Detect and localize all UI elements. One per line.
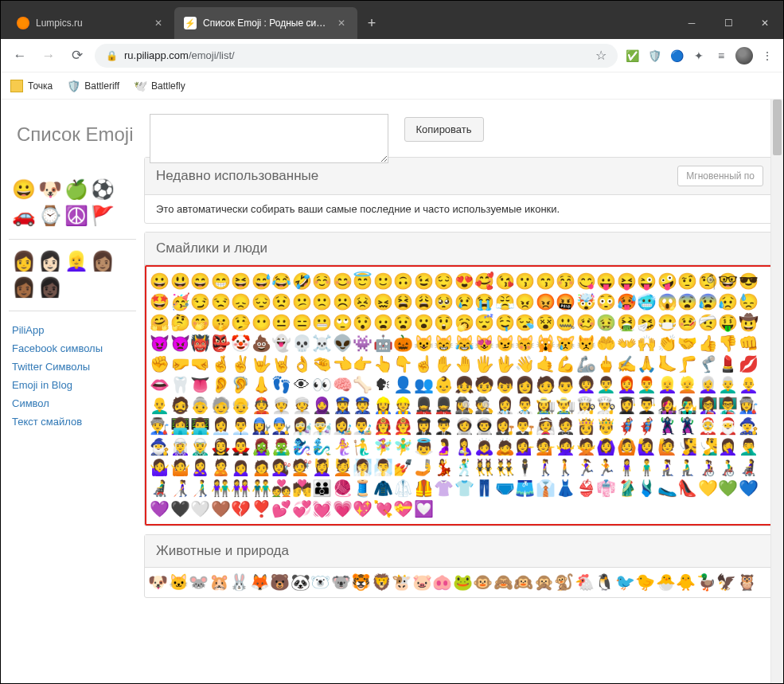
emoji-item[interactable]: 🤤 [495, 313, 515, 333]
emoji-item[interactable]: 😽 [515, 334, 535, 354]
sidebar-emoji[interactable]: 👩🏽 [91, 249, 115, 273]
sidebar-emoji[interactable]: 👩🏾 [12, 276, 36, 299]
emoji-item[interactable]: 👻 [271, 334, 291, 354]
bookmark-battlefly[interactable]: 🕊️ Battlefly [134, 80, 185, 92]
emoji-item[interactable]: 🧵 [353, 479, 372, 498]
extensions-icon[interactable]: ✦ [691, 48, 707, 64]
emoji-item[interactable]: 👩‍🍳 [576, 396, 596, 416]
emoji-item[interactable]: 👩‍⚖️ [495, 416, 515, 436]
emoji-item[interactable]: 💝 [393, 499, 413, 519]
emoji-item[interactable]: 👯‍♂️ [495, 458, 515, 478]
emoji-item[interactable]: 😍 [454, 272, 474, 291]
emoji-item[interactable]: 🙆 [617, 437, 637, 457]
emoji-item[interactable]: ☺️ [312, 272, 332, 291]
emoji-item[interactable]: 👨‍🦼 [150, 479, 170, 498]
emoji-item[interactable]: 😱 [657, 292, 677, 312]
emoji-item[interactable]: 🐔 [575, 573, 595, 592]
emoji-item[interactable]: 🦶 [657, 354, 677, 374]
bookmark-tochka[interactable]: Точка [10, 80, 53, 92]
emoji-item[interactable]: 👩‍🔬 [292, 416, 312, 436]
emoji-item[interactable]: 😢 [454, 292, 474, 312]
emoji-item[interactable]: 💆 [333, 458, 353, 478]
emoji-item[interactable]: 😌 [434, 272, 454, 291]
emoji-item[interactable]: 👨‍🦲 [150, 396, 170, 416]
emoji-item[interactable]: 👹 [190, 334, 210, 354]
emoji-item[interactable]: 👩‍🚀 [454, 416, 474, 436]
emoji-item[interactable]: 🤞 [211, 354, 231, 374]
emoji-item[interactable]: 🙇 [495, 437, 515, 457]
emoji-item[interactable]: 🦾 [576, 354, 596, 374]
avatar[interactable] [735, 47, 753, 64]
emoji-item[interactable]: 🤒 [677, 313, 697, 333]
emoji-item[interactable]: 🧒 [474, 375, 494, 395]
emoji-item[interactable]: 😒 [211, 292, 231, 312]
menu-icon[interactable]: ⋮ [759, 48, 775, 64]
emoji-item[interactable]: 👨‍🚀 [474, 416, 494, 436]
emoji-item[interactable]: 😄 [190, 272, 210, 291]
emoji-item[interactable]: 🐦 [615, 573, 635, 592]
emoji-item[interactable]: 👇 [393, 354, 413, 374]
emoji-item[interactable]: 🧠 [333, 375, 353, 395]
emoji-item[interactable]: 🧔 [170, 396, 190, 416]
emoji-item[interactable]: 👨‍🔧 [271, 416, 291, 436]
emoji-item[interactable]: 😭 [474, 292, 494, 312]
emoji-item[interactable]: 👤 [393, 375, 413, 395]
copy-button[interactable]: Копировать [404, 117, 484, 142]
emoji-item[interactable]: 👥 [414, 375, 434, 395]
sidebar-link[interactable]: Текст смайлов [12, 412, 133, 431]
emoji-item[interactable]: 🧶 [333, 479, 353, 498]
sidebar-link[interactable]: Emoji in Blog [12, 376, 133, 394]
sidebar-link[interactable]: Twitter Символы [12, 358, 133, 376]
emoji-item[interactable]: 😫 [393, 292, 413, 312]
emoji-item[interactable]: 🤕 [698, 313, 718, 333]
emoji-item[interactable]: 👿 [170, 334, 190, 354]
emoji-item[interactable]: 👩‍🦰 [617, 375, 637, 395]
emoji-item[interactable]: 🦉 [737, 573, 757, 592]
emoji-item[interactable]: 👩‍⚕️ [495, 396, 515, 416]
emoji-item[interactable]: 👩‍🔧 [252, 416, 271, 436]
emoji-item[interactable]: 👌 [292, 354, 312, 374]
emoji-item[interactable]: 🕺 [454, 458, 474, 478]
emoji-item[interactable]: 👨‍💻 [190, 416, 210, 436]
emoji-item[interactable]: 👔 [536, 479, 556, 498]
emoji-item[interactable]: 👨‍🔬 [312, 416, 332, 436]
tab-emoji-list[interactable]: ⚡ Список Emoji : Родные символь ✕ [174, 7, 357, 39]
emoji-item[interactable]: 😑 [292, 313, 312, 333]
emoji-item[interactable]: 🙄 [333, 313, 353, 333]
emoji-item[interactable]: 😯 [353, 313, 372, 333]
emoji-item[interactable]: 😝 [617, 272, 637, 291]
emoji-item[interactable]: 🐼 [291, 573, 310, 592]
emoji-item[interactable]: 🙈 [493, 573, 513, 592]
new-tab-button[interactable]: + [361, 12, 383, 34]
emoji-item[interactable]: 🤧 [637, 313, 657, 333]
emoji-item[interactable]: 🧟‍♂️ [271, 437, 291, 457]
emoji-item[interactable]: 👫 [211, 479, 231, 498]
emoji-item[interactable]: 🤵 [556, 416, 575, 436]
sidebar-link[interactable]: Facebook символы [12, 339, 133, 358]
emoji-item[interactable]: 🤲 [596, 334, 616, 354]
emoji-item[interactable]: 🦺 [414, 479, 434, 498]
emoji-item[interactable]: 😎 [739, 272, 759, 291]
emoji-item[interactable]: 🐤 [635, 573, 655, 592]
emoji-item[interactable]: 🖖 [495, 354, 515, 374]
reading-list-icon[interactable]: ≡ [713, 48, 729, 64]
emoji-item[interactable]: 🩱 [637, 479, 657, 498]
reload-button[interactable]: ⟳ [66, 45, 88, 67]
emoji-item[interactable]: 👶 [434, 375, 454, 395]
emoji-item[interactable]: 👗 [556, 479, 575, 498]
emoji-item[interactable]: 🤏 [312, 354, 332, 374]
emoji-item[interactable]: 🤡 [231, 334, 251, 354]
emoji-item[interactable]: 😉 [414, 272, 434, 291]
emoji-item[interactable]: 👯‍♀️ [474, 458, 494, 478]
emoji-item[interactable]: 😙 [536, 272, 556, 291]
emoji-item[interactable]: 🐶 [148, 573, 168, 592]
emoji-item[interactable]: 🤭 [190, 313, 210, 333]
emoji-item[interactable]: 🙅‍♀️ [556, 437, 575, 457]
emoji-item[interactable]: 💃 [434, 458, 454, 478]
sidebar-emoji[interactable]: 👩🏿 [38, 276, 62, 299]
emoji-item[interactable]: 😵 [536, 313, 556, 333]
emoji-item[interactable]: 👂 [211, 375, 231, 395]
back-button[interactable]: ← [9, 45, 31, 67]
emoji-item[interactable]: 🧝‍♀️ [170, 437, 190, 457]
emoji-item[interactable]: 🧙‍♀️ [739, 416, 759, 436]
